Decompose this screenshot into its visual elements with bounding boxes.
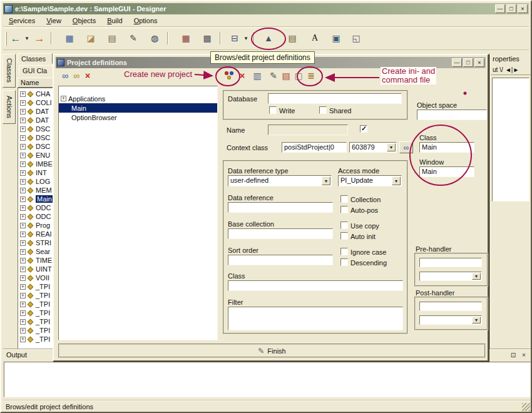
classes-panel-caption[interactable]: Classes [18, 53, 53, 64]
class-field[interactable] [228, 280, 403, 291]
edit-icon[interactable]: ✎ [267, 69, 280, 82]
forward-arrow-icon[interactable]: → [32, 31, 47, 46]
back-arrow-icon[interactable]: ← [8, 31, 23, 46]
titlebar[interactable]: e:\Sample\Sample.dev : SampleGUI - Desig… [3, 3, 529, 14]
tab-gui-classes[interactable]: GUI Cla [19, 65, 56, 76]
properties-tabs[interactable]: ut \/ ◄|► [491, 64, 532, 75]
expander-icon[interactable]: + [20, 153, 26, 158]
output-dock-icon[interactable]: ⊡ [509, 351, 518, 359]
name-field[interactable] [268, 125, 348, 135]
project-definitions-icon[interactable]: ▲ [261, 31, 276, 46]
expander-icon[interactable]: + [20, 302, 26, 307]
menu-view[interactable]: View [41, 15, 67, 26]
window-field[interactable]: Main [419, 166, 474, 177]
expander-icon[interactable]: + [20, 223, 26, 228]
expander-icon[interactable]: + [20, 328, 26, 334]
expander-icon[interactable]: + [20, 240, 26, 246]
expander-icon[interactable]: + [20, 100, 26, 106]
expander-icon[interactable]: + [20, 284, 26, 290]
notepad-icon[interactable]: ✎ [126, 31, 141, 46]
new-project-icon[interactable] [223, 69, 235, 82]
post-handler-select[interactable]: ▾ [419, 315, 482, 325]
pre-handler-select[interactable]: ▾ [419, 272, 482, 281]
tab-classes-vertical[interactable]: Classes [3, 54, 16, 88]
expander-icon[interactable]: + [20, 258, 26, 263]
hierarchy-icon[interactable]: ▦ [62, 31, 77, 46]
expander-icon[interactable]: + [20, 293, 26, 298]
expander-icon[interactable]: + [61, 96, 66, 101]
dialog-close-button[interactable]: × [474, 58, 484, 67]
document-icon[interactable]: ▤ [285, 31, 300, 46]
pre-handler-field[interactable] [419, 258, 482, 267]
access-mode-select[interactable]: PI_Update▾ [338, 175, 402, 186]
expander-icon[interactable]: + [20, 232, 26, 237]
output-area[interactable] [4, 362, 531, 397]
expander-icon[interactable]: + [20, 179, 26, 185]
grid-edit-icon[interactable]: ▩ [200, 31, 215, 46]
post-handler-field[interactable] [419, 302, 482, 311]
object-space-field[interactable] [417, 110, 487, 120]
toolbar-grip[interactable] [5, 32, 7, 46]
page-icon[interactable]: ▢ [292, 69, 305, 82]
combo-icon[interactable]: ⊟ [227, 31, 242, 46]
finish-button[interactable]: ✎ Finish [58, 344, 486, 358]
create-ini-icon[interactable]: ≣ [305, 69, 317, 82]
ignore-case-checkbox[interactable] [340, 248, 348, 255]
expander-icon[interactable]: + [20, 205, 26, 211]
descending-checkbox[interactable] [340, 258, 348, 266]
chevron-down-icon[interactable]: ▾ [387, 143, 396, 151]
dialog-minimize-button[interactable]: — [452, 58, 462, 67]
form-icon[interactable]: ◱ [349, 31, 364, 46]
expander-icon[interactable]: + [20, 144, 26, 150]
properties-tab-label[interactable]: ut [493, 66, 498, 73]
expander-icon[interactable]: + [20, 118, 26, 123]
expander-icon[interactable]: + [20, 126, 26, 132]
context-class-field[interactable]: posiStdProject|0 [282, 142, 347, 153]
expander-icon[interactable]: + [20, 275, 26, 281]
minimize-button[interactable]: — [495, 4, 505, 13]
font-icon[interactable]: A [307, 31, 322, 46]
output-close-icon[interactable]: × [519, 351, 528, 359]
panel-divider[interactable] [489, 53, 490, 349]
copy-icon[interactable]: ▥ [251, 69, 263, 82]
grid-icon[interactable]: ▦ [178, 31, 193, 46]
chevron-down-icon[interactable]: ▾ [392, 176, 401, 185]
context-class-picker-button[interactable]: ∞ [399, 141, 413, 153]
link-nodes-icon[interactable]: ∞ [59, 69, 71, 82]
expander-icon[interactable]: + [20, 109, 26, 115]
expander-icon[interactable]: + [20, 214, 26, 220]
collection-checkbox[interactable] [340, 195, 348, 203]
context-class-id-select[interactable]: 603879▾ [349, 142, 397, 153]
cards-icon[interactable]: ▤ [105, 31, 120, 46]
combo-dropdown-icon[interactable]: ▾ [242, 31, 250, 46]
tree-item-applications[interactable]: +Applications [59, 94, 217, 103]
expander-icon[interactable]: + [20, 337, 26, 342]
tab-actions-vertical[interactable]: Actions [3, 90, 16, 124]
menu-build[interactable]: Build [101, 15, 128, 26]
expander-icon[interactable]: + [20, 196, 26, 202]
delete-project-icon[interactable]: × [236, 69, 248, 82]
menu-objects[interactable]: Objects [67, 15, 101, 26]
page-marked-icon[interactable]: ▤ [280, 69, 292, 82]
auto-init-checkbox[interactable] [340, 232, 348, 240]
link-nodes-alt-icon[interactable]: ∞ [70, 69, 83, 82]
class-right-field[interactable]: Main [419, 142, 474, 153]
write-checkbox[interactable] [269, 106, 277, 114]
chevron-down-icon[interactable]: ▾ [472, 317, 481, 324]
maximize-button[interactable]: □ [506, 4, 516, 13]
filter-field[interactable] [228, 307, 403, 330]
menu-options[interactable]: Options [128, 15, 163, 26]
use-copy-checkbox[interactable] [340, 222, 348, 229]
chevron-down-icon[interactable]: ▾ [322, 176, 330, 185]
expander-icon[interactable]: + [20, 267, 26, 272]
data-reference-field[interactable] [228, 202, 333, 213]
eraser-icon[interactable]: ◪ [83, 31, 98, 46]
auto-pos-checkbox[interactable] [340, 206, 348, 213]
data-reference-type-select[interactable]: user-defined▾ [228, 175, 332, 186]
sort-order-field[interactable] [228, 255, 333, 265]
expander-icon[interactable]: + [20, 319, 26, 325]
tree-item-main[interactable]: Main [59, 103, 217, 113]
delete-icon[interactable]: × [81, 69, 94, 82]
menu-services[interactable]: Services [3, 15, 41, 26]
base-collection-field[interactable] [228, 228, 333, 239]
